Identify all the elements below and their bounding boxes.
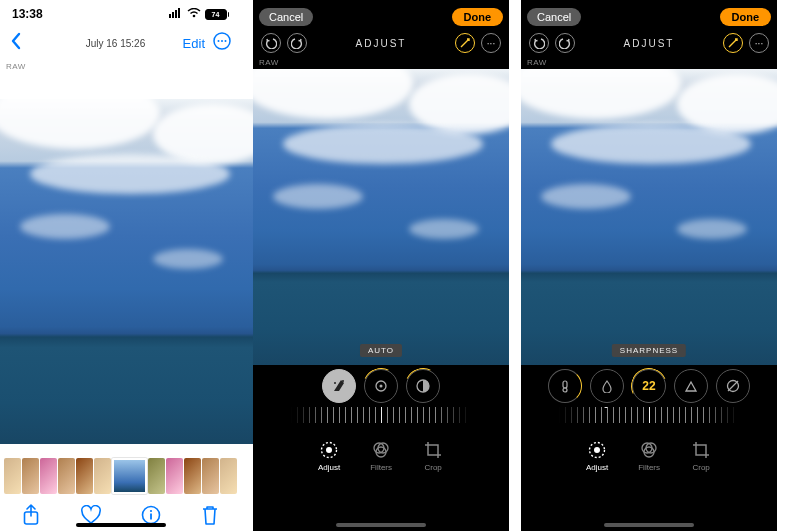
thumbnail[interactable] — [148, 458, 165, 494]
editor-title: ADJUST — [624, 38, 675, 49]
status-bar: 13:38 74 — [0, 0, 241, 28]
tab-adjust-label: Adjust — [586, 463, 608, 472]
adjust-controls: 22 — [521, 365, 777, 433]
thumbnail[interactable] — [22, 458, 39, 494]
editor-title: ADJUST — [356, 38, 407, 49]
svg-point-4 — [192, 15, 195, 18]
thumbnail[interactable] — [184, 458, 201, 494]
tab-adjust[interactable]: Adjust — [586, 439, 608, 487]
thumbnail[interactable] — [166, 458, 183, 494]
more-button[interactable] — [213, 32, 231, 54]
svg-point-28 — [594, 447, 600, 453]
thumbnail-selected[interactable] — [112, 458, 147, 494]
adjust-controls — [253, 365, 509, 433]
tab-adjust-label: Adjust — [318, 463, 340, 472]
plugins-button[interactable]: ··· — [481, 33, 501, 53]
share-button[interactable] — [22, 504, 40, 530]
redo-button[interactable] — [555, 33, 575, 53]
dial-brilliance[interactable] — [406, 369, 440, 403]
edit-button[interactable]: Edit — [183, 36, 205, 51]
wifi-icon — [187, 7, 201, 21]
svg-point-24 — [563, 388, 567, 392]
svg-point-16 — [380, 385, 383, 388]
home-indicator[interactable] — [336, 523, 426, 527]
adjustment-label: AUTO — [360, 344, 402, 357]
tab-crop-label: Crop — [690, 463, 712, 472]
svg-rect-0 — [169, 14, 171, 18]
dial-exposure[interactable] — [364, 369, 398, 403]
dial-tint[interactable] — [590, 369, 624, 403]
svg-rect-1 — [172, 12, 174, 18]
svg-point-8 — [225, 40, 227, 42]
photo-editor-auto-screen: Cancel Done ADJUST ··· RAW AUTO — [253, 0, 521, 531]
back-button[interactable] — [10, 32, 60, 54]
markup-button[interactable] — [455, 33, 475, 53]
svg-point-15 — [376, 381, 386, 391]
thumbnail[interactable] — [4, 458, 21, 494]
redo-button[interactable] — [287, 33, 307, 53]
dial-auto[interactable] — [322, 369, 356, 403]
photo-editor-sharpness-screen: Cancel Done ADJUST ··· RAW SHARPNESS 22 — [521, 0, 789, 531]
tab-adjust[interactable]: Adjust — [318, 439, 340, 487]
battery-icon: 74 — [205, 9, 230, 20]
svg-point-6 — [218, 40, 220, 42]
markup-button[interactable] — [723, 33, 743, 53]
thumbnail[interactable] — [220, 458, 237, 494]
undo-button[interactable] — [261, 33, 281, 53]
photo-canvas[interactable]: AUTO — [253, 69, 509, 365]
raw-badge: RAW — [521, 56, 777, 69]
tab-crop[interactable]: Crop — [690, 439, 712, 487]
done-button[interactable]: Done — [452, 8, 504, 26]
tab-crop[interactable]: Crop — [422, 439, 444, 487]
svg-rect-2 — [175, 10, 177, 18]
edit-tabs: Adjust Filters Crop — [253, 433, 509, 487]
tab-filters-label: Filters — [370, 463, 392, 472]
dial-sharpness[interactable]: 22 — [632, 369, 666, 403]
cancel-button[interactable]: Cancel — [259, 8, 313, 26]
signal-icon — [169, 7, 183, 21]
tab-crop-label: Crop — [422, 463, 444, 472]
home-indicator[interactable] — [604, 523, 694, 527]
photo-display[interactable] — [0, 99, 253, 444]
slider-ticks[interactable] — [559, 407, 739, 423]
sharpness-value: 22 — [642, 379, 655, 393]
raw-badge: RAW — [0, 62, 241, 71]
nav-bar: July 16 15:26 Edit — [0, 28, 241, 58]
editor-header: Cancel Done — [521, 0, 777, 30]
svg-point-17 — [417, 380, 429, 392]
home-indicator[interactable] — [76, 523, 166, 527]
svg-rect-3 — [178, 8, 180, 18]
editor-toolbar: ADJUST ··· — [521, 30, 777, 56]
plugins-button[interactable]: ··· — [749, 33, 769, 53]
thumbnail-strip[interactable] — [0, 458, 241, 494]
slider-ticks[interactable] — [291, 407, 471, 423]
photo-canvas[interactable]: SHARPNESS — [521, 69, 777, 365]
tab-filters[interactable]: Filters — [638, 439, 660, 487]
svg-point-13 — [342, 380, 344, 382]
thumbnail[interactable] — [76, 458, 93, 494]
undo-button[interactable] — [529, 33, 549, 53]
cancel-button[interactable]: Cancel — [527, 8, 581, 26]
thumbnail[interactable] — [202, 458, 219, 494]
dial-warmth[interactable] — [548, 369, 582, 403]
editor-toolbar: ADJUST ··· — [253, 30, 509, 56]
svg-point-7 — [221, 40, 223, 42]
status-time: 13:38 — [12, 7, 43, 21]
thumbnail[interactable] — [58, 458, 75, 494]
svg-point-14 — [334, 382, 336, 384]
dial-noise[interactable] — [716, 369, 750, 403]
thumbnail[interactable] — [94, 458, 111, 494]
svg-rect-12 — [150, 514, 152, 520]
tab-filters[interactable]: Filters — [370, 439, 392, 487]
done-button[interactable]: Done — [720, 8, 772, 26]
thumbnail[interactable] — [40, 458, 57, 494]
svg-rect-23 — [563, 381, 567, 388]
delete-button[interactable] — [201, 504, 219, 530]
svg-point-11 — [150, 510, 152, 512]
photos-viewer-screen: 13:38 74 July 16 15:26 Edit RAW — [0, 0, 253, 531]
svg-point-19 — [326, 447, 332, 453]
dial-definition[interactable] — [674, 369, 708, 403]
photo-date: July 16 15:26 — [86, 38, 146, 49]
tab-filters-label: Filters — [638, 463, 660, 472]
edit-tabs: Adjust Filters Crop — [521, 433, 777, 487]
